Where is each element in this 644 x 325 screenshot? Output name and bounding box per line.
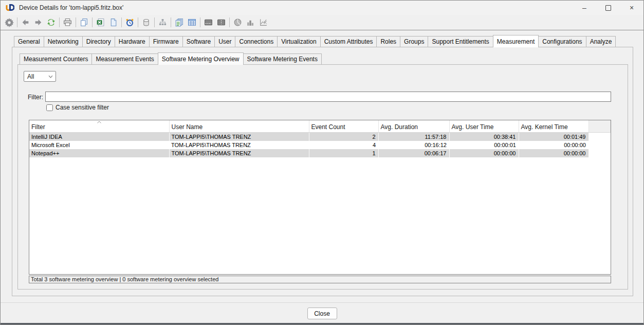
close-icon: × xyxy=(630,4,634,12)
app-logo-icon xyxy=(5,3,14,12)
arrow-left-icon xyxy=(21,18,30,27)
toolbar-separator xyxy=(121,17,122,27)
subtab-software-metering-events[interactable]: Software Metering Events xyxy=(243,53,322,64)
print-button[interactable] xyxy=(61,16,74,29)
tab-user[interactable]: User xyxy=(214,36,235,47)
scope-dropdown-value: All xyxy=(27,73,34,80)
chevron-down-icon xyxy=(48,75,53,78)
bar-chart-button[interactable] xyxy=(244,16,257,29)
window-bottom-edge xyxy=(1,323,643,324)
pie-chart-button[interactable] xyxy=(231,16,244,29)
column-header-avg-duration[interactable]: Avg. Duration xyxy=(378,120,449,133)
window-controls: – × xyxy=(573,1,643,15)
bar-chart-icon xyxy=(246,18,255,27)
sitemap-icon xyxy=(158,18,167,27)
table-row-microsoft-excel[interactable]: Microsoft Excel TOM-LAPPI5\THOMAS TRENZ … xyxy=(29,141,611,149)
tab-virtualization[interactable]: Virtualization xyxy=(277,36,320,47)
tab-firmware[interactable]: Firmware xyxy=(149,36,183,47)
sort-ascending-icon xyxy=(97,120,101,123)
close-window-button[interactable]: × xyxy=(620,1,643,15)
split-horizontal-button[interactable] xyxy=(202,16,215,29)
column-header-event-count[interactable]: Event Count xyxy=(309,120,378,133)
back-button[interactable] xyxy=(19,16,32,29)
split-vertical-button[interactable] xyxy=(215,16,228,29)
minimize-button[interactable]: – xyxy=(573,1,596,15)
pie-chart-icon xyxy=(233,18,242,27)
column-header-user-name[interactable]: User Name xyxy=(169,120,309,133)
tab-roles[interactable]: Roles xyxy=(376,36,400,47)
scope-dropdown[interactable]: All xyxy=(24,71,56,82)
toolbar-separator xyxy=(171,17,171,27)
table-grid-icon xyxy=(188,18,196,27)
table-view-button[interactable] xyxy=(186,16,198,29)
tab-groups[interactable]: Groups xyxy=(400,36,428,47)
copy-icon xyxy=(80,18,88,27)
filter-input[interactable] xyxy=(45,92,611,102)
toolbar-separator xyxy=(76,17,76,27)
line-chart-button[interactable] xyxy=(257,16,270,29)
arrow-right-icon xyxy=(34,18,43,27)
tab-custom-attributes[interactable]: Custom Attributes xyxy=(320,36,377,47)
new-document-button[interactable] xyxy=(107,16,120,29)
metering-overview-table: Filter User Name Event Count Avg. Durati… xyxy=(29,120,611,275)
refresh-button[interactable] xyxy=(45,16,58,29)
table-row-notepad-plus-plus[interactable]: Notepad++ TOM-LAPPI5\THOMAS TRENZ 1 00:0… xyxy=(29,149,611,157)
tab-connections[interactable]: Connections xyxy=(235,36,278,47)
table-header-row: Filter User Name Event Count Avg. Durati… xyxy=(29,120,611,133)
device-details-window: { "window": { "title": "Device Details f… xyxy=(0,0,644,325)
tab-networking[interactable]: Networking xyxy=(44,36,83,47)
tab-general[interactable]: General xyxy=(14,36,44,47)
tab-hardware[interactable]: Hardware xyxy=(115,36,150,47)
database-button[interactable] xyxy=(140,16,153,29)
toolbar xyxy=(1,15,643,30)
window-title: Device Details for 'tom-lappi5.fritz.box… xyxy=(19,4,123,11)
column-header-filler xyxy=(588,120,611,133)
case-sensitive-row: Case sensitive filter xyxy=(46,104,109,111)
database-icon xyxy=(142,18,151,27)
export-excel-button[interactable] xyxy=(94,16,107,29)
refresh-icon xyxy=(47,18,56,27)
gear-icon xyxy=(5,18,14,27)
alarm-clock-icon xyxy=(125,18,134,27)
table-status-bar: Total 3 software metering overview | 0 s… xyxy=(29,276,611,283)
column-header-avg-kernel-time[interactable]: Avg. Kernel Time xyxy=(519,120,588,133)
close-button[interactable]: Close xyxy=(307,308,337,319)
split-vertical-icon xyxy=(217,18,226,27)
copy-button[interactable] xyxy=(78,16,90,29)
toolbar-separator xyxy=(92,17,93,27)
tab-configurations[interactable]: Configurations xyxy=(538,36,586,47)
main-tab-strip: General Networking Directory Hardware Fi… xyxy=(14,34,615,47)
toolbar-separator xyxy=(154,17,155,27)
status-text: Total 3 software metering overview | 0 s… xyxy=(31,276,218,282)
table-row-intellij-idea[interactable]: IntelliJ IDEA TOM-LAPPI5\THOMAS TRENZ 2 … xyxy=(29,133,611,141)
maximize-button[interactable] xyxy=(596,1,620,15)
column-header-filter[interactable]: Filter xyxy=(29,120,169,133)
case-sensitive-label: Case sensitive filter xyxy=(56,104,109,111)
forward-button[interactable] xyxy=(32,16,45,29)
printer-icon xyxy=(63,18,72,27)
topology-button[interactable] xyxy=(156,16,169,29)
tab-measurement[interactable]: Measurement xyxy=(493,35,539,47)
toolbar-separator xyxy=(200,17,200,27)
tab-software[interactable]: Software xyxy=(182,36,215,47)
filter-label: Filter: xyxy=(25,94,43,101)
subtab-measurement-events[interactable]: Measurement Events xyxy=(91,53,158,64)
minimize-icon: – xyxy=(582,4,586,12)
case-sensitive-checkbox[interactable] xyxy=(46,104,53,111)
toolbar-separator xyxy=(17,17,17,27)
report-stack-icon xyxy=(175,18,183,27)
subtab-software-metering-overview[interactable]: Software Metering Overview xyxy=(158,52,244,65)
split-horizontal-icon xyxy=(204,18,213,27)
tab-support-entitlements[interactable]: Support Entitlements xyxy=(428,36,493,47)
copy-view-button[interactable] xyxy=(173,16,186,29)
settings-button[interactable] xyxy=(3,16,15,29)
document-icon xyxy=(109,18,118,27)
schedule-button[interactable] xyxy=(123,16,136,29)
measurement-sub-tab-strip: Measurement Counters Measurement Events … xyxy=(20,52,321,64)
subtab-measurement-counters[interactable]: Measurement Counters xyxy=(20,53,92,64)
toolbar-separator xyxy=(229,17,230,27)
column-header-avg-user-time[interactable]: Avg. User Time xyxy=(449,120,519,133)
tab-directory[interactable]: Directory xyxy=(82,36,115,47)
tab-analyze[interactable]: Analyze xyxy=(586,36,616,47)
toolbar-separator xyxy=(59,17,60,27)
